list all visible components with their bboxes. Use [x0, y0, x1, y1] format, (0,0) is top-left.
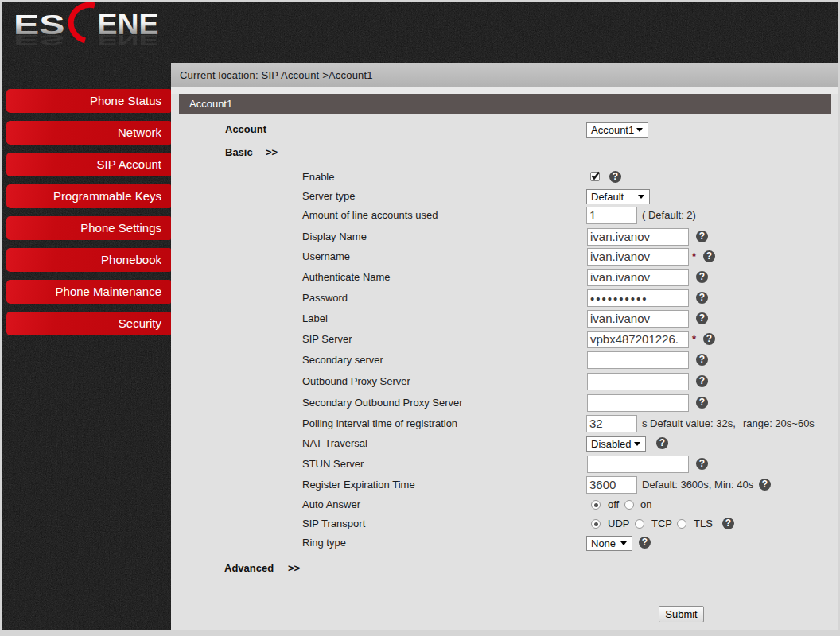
- svg-text:ES: ES: [16, 32, 65, 46]
- svg-text:ENE: ENE: [98, 33, 159, 47]
